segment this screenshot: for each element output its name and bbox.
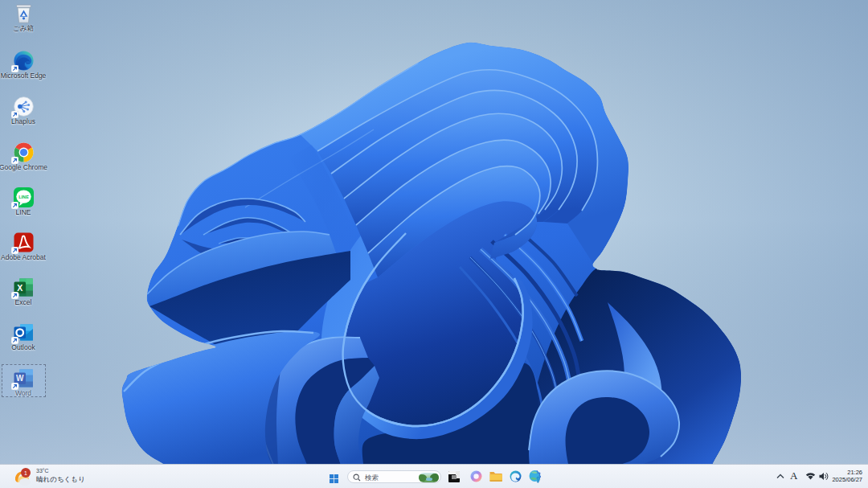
svg-text:1: 1 (24, 470, 27, 476)
svg-text:X: X (17, 283, 23, 293)
svg-text:LINE: LINE (18, 195, 29, 199)
